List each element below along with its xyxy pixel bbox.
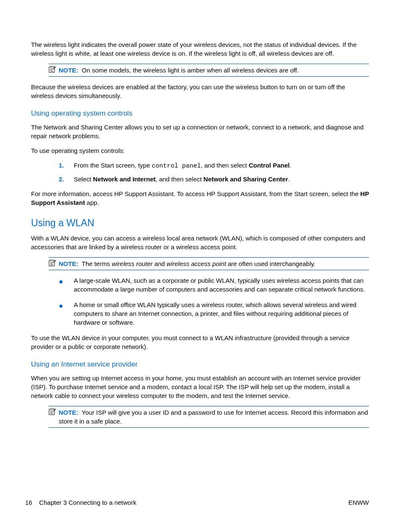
- paragraph: To use operating system controls:: [31, 146, 369, 155]
- ordered-list: 1. From the Start screen, type control p…: [59, 161, 369, 183]
- step-number: 2.: [59, 175, 74, 183]
- paragraph: The Network and Sharing Center allows yo…: [31, 123, 369, 140]
- bullet-icon: ●: [59, 300, 74, 327]
- note-box: NOTE: The terms wireless router and wire…: [49, 257, 369, 270]
- note-icon: [49, 259, 58, 267]
- paragraph: The wireless light indicates the overall…: [31, 40, 369, 58]
- footer-left: 16 Chapter 3 Connecting to a network: [25, 498, 136, 507]
- note-text: NOTE: The terms wireless router and wire…: [59, 259, 369, 268]
- heading-os-controls: Using operating system controls: [31, 108, 369, 119]
- bullet-text: A large-scale WLAN, such as a corporate …: [74, 276, 369, 294]
- heading-isp: Using an Internet service provider: [31, 359, 369, 369]
- paragraph: For more information, access HP Support …: [31, 189, 369, 207]
- note-text: NOTE: On some models, the wireless light…: [59, 66, 369, 75]
- bullet-icon: ●: [59, 276, 74, 294]
- page-footer: 16 Chapter 3 Connecting to a network ENW…: [25, 498, 369, 507]
- page-content: The wireless light indicates the overall…: [0, 0, 400, 428]
- step-number: 1.: [59, 161, 74, 170]
- footer-right: ENWW: [348, 498, 369, 507]
- step-text: From the Start screen, type control pane…: [74, 161, 369, 170]
- list-item: ● A large-scale WLAN, such as a corporat…: [59, 276, 369, 294]
- bullet-text: A home or small office WLAN typically us…: [74, 300, 369, 327]
- note-text: NOTE: Your ISP will give you a user ID a…: [59, 408, 369, 426]
- step-text: Select Network and Internet, and then se…: [74, 175, 369, 183]
- bullet-list: ● A large-scale WLAN, such as a corporat…: [59, 276, 369, 327]
- note-box: NOTE: On some models, the wireless light…: [49, 64, 369, 77]
- note-label: NOTE:: [59, 67, 78, 74]
- paragraph: When you are setting up Internet access …: [31, 374, 369, 400]
- note-icon: [49, 408, 58, 416]
- list-item: ● A home or small office WLAN typically …: [59, 300, 369, 327]
- note-box: NOTE: Your ISP will give you a user ID a…: [49, 406, 369, 428]
- list-item: 1. From the Start screen, type control p…: [59, 161, 369, 170]
- page-number: 16: [25, 499, 32, 506]
- note-label: NOTE:: [59, 409, 78, 416]
- paragraph: Because the wireless devices are enabled…: [31, 83, 369, 100]
- chapter-label: Chapter 3 Connecting to a network: [39, 499, 136, 506]
- heading-wlan: Using a WLAN: [31, 216, 369, 230]
- list-item: 2. Select Network and Internet, and then…: [59, 175, 369, 183]
- paragraph: To use the WLAN device in your computer,…: [31, 333, 369, 351]
- note-label: NOTE:: [59, 260, 78, 267]
- paragraph: With a WLAN device, you can access a wir…: [31, 234, 369, 251]
- note-icon: [49, 66, 58, 73]
